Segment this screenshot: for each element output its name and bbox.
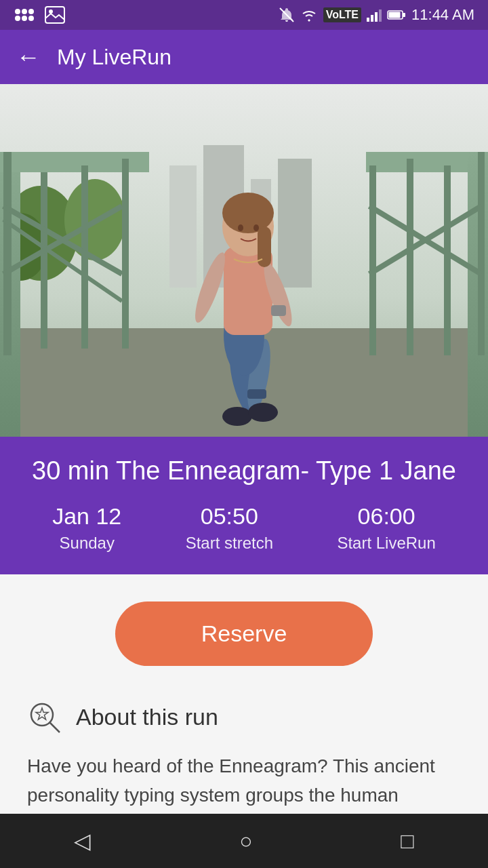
svg-point-0 (15, 9, 20, 14)
svg-rect-13 (389, 12, 401, 18)
nav-recent-button[interactable]: □ (401, 829, 413, 854)
run-date-item: Jan 12 Sunday (52, 503, 121, 553)
svg-point-5 (28, 16, 34, 21)
back-button[interactable]: ← (16, 45, 41, 69)
app-bar: ← My LiveRun (0, 30, 488, 84)
run-date-value: Jan 12 (52, 503, 121, 530)
start-stretch-time: 05:50 (201, 503, 258, 530)
image-icon (45, 6, 65, 24)
svg-point-53 (253, 224, 259, 231)
svg-rect-9 (371, 15, 373, 22)
about-header: About this run (27, 700, 461, 735)
svg-rect-44 (247, 389, 266, 399)
bottom-nav: ◁ ○ □ (0, 814, 488, 868)
svg-rect-27 (3, 152, 12, 355)
svg-line-58 (49, 722, 60, 732)
svg-rect-11 (379, 9, 382, 22)
svg-rect-36 (369, 165, 376, 355)
svg-rect-28 (41, 172, 47, 349)
svg-rect-54 (271, 305, 286, 316)
reserve-btn-container: Reserve (20, 601, 468, 666)
svg-point-55 (222, 407, 252, 426)
nav-back-button[interactable]: ◁ (74, 828, 91, 854)
signal-icon (367, 8, 382, 22)
run-day-label: Sunday (60, 534, 115, 553)
about-run-icon (27, 700, 62, 735)
status-bar-right-icons: VoLTE 11:44 AM (279, 6, 474, 24)
start-liverun-time: 06:00 (358, 503, 415, 530)
svg-rect-38 (444, 165, 451, 355)
run-title: 30 min The Enneagram- Type 1 Jane (20, 456, 468, 487)
svg-point-52 (238, 224, 243, 231)
svg-rect-16 (169, 165, 197, 288)
svg-point-4 (28, 9, 34, 14)
svg-point-2 (15, 16, 20, 21)
start-liverun-item: 06:00 Start LiveRun (337, 503, 435, 553)
svg-point-56 (248, 403, 278, 422)
svg-point-3 (22, 16, 27, 21)
status-bar-left-icons (14, 6, 65, 24)
wifi-icon (300, 8, 318, 22)
svg-rect-14 (403, 13, 405, 17)
svg-rect-19 (278, 159, 312, 288)
svg-rect-39 (478, 152, 485, 355)
app-grid-icon (14, 7, 35, 22)
svg-rect-8 (367, 18, 369, 22)
nav-home-button[interactable]: ○ (239, 829, 252, 854)
svg-rect-10 (375, 12, 378, 22)
svg-point-1 (22, 9, 27, 14)
hero-image (0, 84, 488, 437)
start-stretch-label: Start stretch (186, 534, 273, 553)
hero-image-svg (0, 84, 488, 437)
svg-rect-51 (258, 226, 271, 267)
info-banner: 30 min The Enneagram- Type 1 Jane Jan 12… (0, 437, 488, 574)
svg-rect-37 (407, 159, 413, 355)
volte-icon: VoLTE (323, 7, 361, 22)
about-title: About this run (76, 704, 218, 730)
status-bar: VoLTE 11:44 AM (0, 0, 488, 30)
svg-rect-30 (122, 159, 129, 349)
status-time: 11:44 AM (411, 6, 474, 24)
start-stretch-item: 05:50 Start stretch (186, 503, 273, 553)
notification-muted-icon (279, 7, 295, 23)
run-times: Jan 12 Sunday 05:50 Start stretch 06:00 … (20, 503, 468, 553)
app-bar-title: My LiveRun (57, 45, 171, 70)
reserve-button[interactable]: Reserve (115, 601, 373, 666)
battery-icon (387, 9, 406, 20)
start-liverun-label: Start LiveRun (337, 534, 435, 553)
